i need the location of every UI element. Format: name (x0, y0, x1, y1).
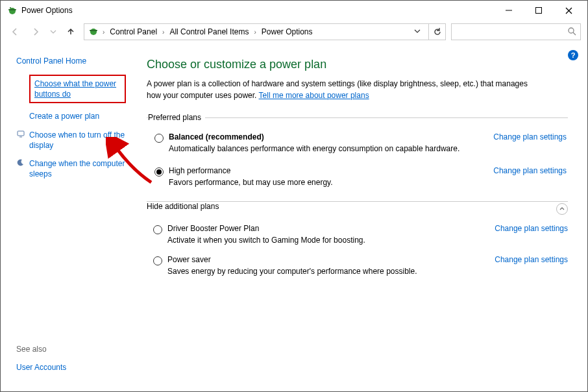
breadcrumb-seg-power-options[interactable]: Power Options (260, 26, 314, 38)
hide-additional-plans-row: Hide additional plans (147, 201, 568, 215)
breadcrumb-icon (88, 26, 99, 38)
change-plan-settings-link[interactable]: Change plan settings (480, 132, 567, 153)
sidebar-home-link[interactable]: Control Panel Home (16, 56, 86, 66)
nav-back-button[interactable] (7, 24, 23, 40)
sidebar: Control Panel Home Choose what the power… (1, 43, 134, 391)
help-icon[interactable]: ? (568, 50, 578, 60)
nav-up-button[interactable] (63, 24, 79, 40)
search-input[interactable] (451, 23, 581, 40)
svg-rect-11 (18, 131, 24, 136)
sidebar-item-computer-sleeps[interactable]: Change when the computer sleeps (16, 158, 126, 179)
display-icon (16, 130, 25, 151)
moon-icon (16, 158, 25, 179)
preferred-plans-legend: Preferred plans (148, 113, 205, 122)
plan-name[interactable]: High performance (169, 166, 480, 175)
svg-rect-4 (536, 8, 542, 14)
svg-line-10 (573, 32, 576, 35)
chevron-right-icon: › (103, 29, 104, 36)
plan-driver-booster: Driver Booster Power Plan Activate it wh… (153, 224, 568, 245)
collapse-button[interactable] (556, 203, 568, 215)
nav-forward-button[interactable] (28, 24, 43, 40)
sidebar-item-label: Create a power plan (29, 111, 99, 121)
sidebar-item-turn-off-display[interactable]: Choose when to turn off the display (16, 130, 126, 151)
plan-balanced: Balanced (recommended) Automatically bal… (154, 132, 567, 153)
power-options-icon (7, 5, 18, 16)
see-also-user-accounts-link[interactable]: User Accounts (16, 363, 66, 372)
search-icon (567, 27, 576, 38)
plan-description: Saves energy by reducing your computer's… (167, 267, 482, 276)
chevron-right-icon: › (162, 29, 164, 36)
radio-high-performance[interactable] (154, 167, 164, 177)
svg-rect-1 (8, 9, 16, 10)
plan-description: Favors performance, but may use more ene… (169, 178, 480, 187)
plan-power-saver: Power saver Saves energy by reducing you… (153, 255, 568, 276)
main-panel: ? Choose or customize a power plan A pow… (134, 43, 587, 391)
plan-description: Activate it when you switch to Gaming Mo… (167, 236, 482, 245)
plan-name[interactable]: Power saver (167, 255, 482, 264)
preferred-plans-group: Preferred plans Balanced (recommended) A… (147, 113, 568, 192)
sidebar-item-label: Choose what the power buttons do (29, 75, 126, 103)
svg-point-2 (10, 7, 11, 8)
sidebar-item-label: Choose when to turn off the display (29, 130, 126, 151)
sidebar-item-power-buttons[interactable]: Choose what the power buttons do (16, 75, 126, 103)
radio-power-saver[interactable] (153, 256, 162, 265)
breadcrumb-seg-control-panel[interactable]: Control Panel (108, 26, 158, 38)
change-plan-settings-link[interactable]: Change plan settings (482, 255, 568, 276)
bullet-icon (16, 111, 25, 121)
content-area: Control Panel Home Choose what the power… (1, 43, 587, 391)
address-toolbar: › Control Panel › All Control Panel Item… (1, 20, 587, 43)
breadcrumb-seg-all-items[interactable]: All Control Panel Items (168, 26, 250, 38)
bullet-icon (16, 75, 25, 103)
sidebar-item-label: Change when the computer sleeps (29, 158, 126, 179)
titlebar: Power Options (1, 1, 587, 20)
svg-point-0 (9, 8, 16, 14)
sidebar-item-create-plan[interactable]: Create a power plan (16, 111, 126, 121)
nav-recent-dropdown[interactable] (49, 24, 58, 40)
learn-more-link[interactable]: Tell me more about power plans (259, 91, 369, 100)
close-button[interactable] (554, 1, 583, 20)
radio-driver-booster[interactable] (153, 225, 162, 234)
see-also-section: See also User Accounts (16, 345, 66, 372)
plan-name[interactable]: Balanced (recommended) (169, 132, 480, 141)
maximize-button[interactable] (524, 1, 554, 20)
change-plan-settings-link[interactable]: Change plan settings (480, 166, 567, 187)
window-controls (494, 1, 583, 20)
breadcrumb-bar[interactable]: › Control Panel › All Control Panel Item… (84, 23, 429, 40)
see-also-label: See also (16, 345, 66, 354)
page-description: A power plan is a collection of hardware… (147, 78, 536, 101)
refresh-button[interactable] (429, 23, 446, 40)
page-title: Choose or customize a power plan (147, 58, 568, 71)
minimize-button[interactable] (494, 1, 524, 20)
change-plan-settings-link[interactable]: Change plan settings (482, 224, 568, 245)
radio-balanced[interactable] (154, 134, 164, 143)
window-title: Power Options (21, 6, 73, 15)
hide-additional-plans-label: Hide additional plans (147, 202, 223, 211)
breadcrumb-history-dropdown[interactable] (410, 28, 424, 36)
svg-rect-8 (90, 30, 97, 31)
svg-point-9 (569, 28, 574, 33)
svg-point-7 (90, 29, 97, 35)
plan-high-performance: High performance Favors performance, but… (154, 166, 567, 187)
plan-name[interactable]: Driver Booster Power Plan (167, 224, 482, 233)
plan-description: Automatically balances performance with … (169, 144, 480, 153)
chevron-right-icon: › (254, 29, 256, 36)
